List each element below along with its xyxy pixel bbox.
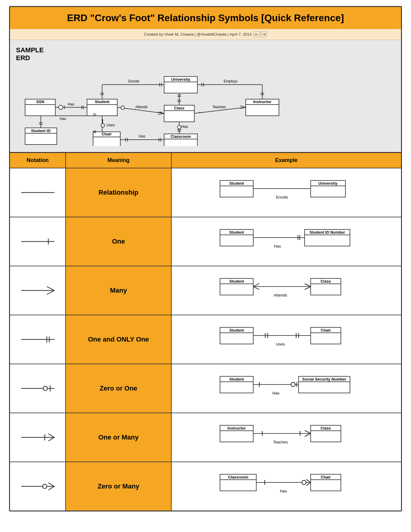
svg-line-117 xyxy=(253,284,259,287)
svg-text:Chair: Chair xyxy=(321,328,331,332)
svg-text:Teaches: Teaches xyxy=(212,105,226,109)
col-example: Example xyxy=(172,153,401,168)
notation-svg-zero-many xyxy=(18,479,57,494)
svg-text:Enrolls: Enrolls xyxy=(276,195,288,199)
example-one: Student Student ID Number Has xyxy=(172,217,401,266)
meaning-one-many: One or Many xyxy=(66,413,172,462)
svg-text:Uses: Uses xyxy=(276,342,285,346)
svg-text:Student: Student xyxy=(229,279,244,284)
example-svg-one: Student Student ID Number Has xyxy=(211,223,362,260)
svg-text:Class: Class xyxy=(174,106,185,110)
cc-badge: cc ⓘ ⊖ xyxy=(254,31,267,37)
svg-line-77 xyxy=(240,106,246,107)
svg-point-179 xyxy=(302,480,306,485)
svg-text:Employs: Employs xyxy=(224,79,238,83)
notation-zero-many xyxy=(10,462,66,511)
svg-text:Student: Student xyxy=(95,99,110,104)
col-meaning: Meaning xyxy=(66,153,172,168)
svg-text:Student ID: Student ID xyxy=(31,128,51,133)
svg-text:Has: Has xyxy=(274,244,281,248)
notation-svg-one-only xyxy=(18,332,57,347)
svg-text:Student ID Number: Student ID Number xyxy=(309,230,345,235)
row-one-only: One and ONLY One Student Chair xyxy=(10,315,401,364)
svg-text:Instructor: Instructor xyxy=(253,99,272,104)
meaning-zero-many: Zero or Many xyxy=(66,462,172,511)
svg-line-47 xyxy=(158,113,164,115)
svg-line-119 xyxy=(305,284,311,287)
svg-point-48 xyxy=(121,106,125,109)
notation-many xyxy=(10,266,66,315)
notation-zero-one xyxy=(10,364,66,413)
svg-line-165 xyxy=(305,433,311,436)
example-svg-one-only: Student Chair Uses xyxy=(211,321,362,358)
reference-table: Notation Meaning Example Relationship St… xyxy=(10,153,401,511)
svg-text:Student: Student xyxy=(229,377,244,381)
svg-line-118 xyxy=(253,287,259,290)
svg-point-65 xyxy=(177,125,181,129)
example-svg-zero-one: Student Social Security Number Has xyxy=(211,370,362,407)
notation-svg-zero-one xyxy=(18,381,57,396)
notation-svg-one-many xyxy=(18,430,57,445)
svg-line-153 xyxy=(48,434,54,437)
svg-text:Attends: Attends xyxy=(273,293,287,297)
row-many: Many Student Class Attends xyxy=(10,266,401,315)
svg-text:Student: Student xyxy=(229,230,244,235)
svg-line-109 xyxy=(47,290,54,294)
example-zero-many: Classroom Chair Has xyxy=(172,462,401,511)
example-svg-zero-many: Classroom Chair Has xyxy=(211,468,362,504)
notation-svg-relationship xyxy=(18,185,57,200)
notation-one-only xyxy=(10,315,66,364)
row-zero-many: Zero or Many Classroom Chair Ha xyxy=(10,462,401,511)
example-svg-many: Student Class Attends xyxy=(211,272,362,309)
svg-text:SSN: SSN xyxy=(36,99,44,104)
svg-text:Classroom: Classroom xyxy=(228,475,248,479)
svg-point-55 xyxy=(101,124,105,127)
svg-line-154 xyxy=(48,437,54,441)
svg-text:Has: Has xyxy=(272,391,280,395)
svg-text:Has: Has xyxy=(139,134,145,138)
svg-text:Chair: Chair xyxy=(321,475,331,479)
svg-line-181 xyxy=(306,482,311,485)
erd-label: SAMPLE ERD xyxy=(16,46,44,62)
svg-text:Uses: Uses xyxy=(106,123,115,127)
svg-text:Social Security Number: Social Security Number xyxy=(302,377,346,381)
meaning-zero-one: Zero or One xyxy=(66,364,172,413)
row-zero-one: Zero or One Student Social Security Numb… xyxy=(10,364,401,413)
credits-bar: Created by Vivek M. Chawla | @VivekMChaw… xyxy=(10,29,401,40)
page-title: ERD "Crow's Foot" Relationship Symbols [… xyxy=(16,12,395,24)
example-one-many: Instructor Class Teaches xyxy=(172,413,401,462)
svg-line-108 xyxy=(47,287,54,290)
example-svg-one-many: Instructor Class Teaches xyxy=(211,419,362,456)
notation-relationship xyxy=(10,168,66,217)
credits-text: Created by Vivek M. Chawla | @VivekMChaw… xyxy=(144,32,251,37)
row-one-many: One or Many Instructor Class Te xyxy=(10,413,401,462)
svg-point-25 xyxy=(59,105,63,109)
notation-one-many xyxy=(10,413,66,462)
meaning-one: One xyxy=(66,217,172,266)
svg-line-180 xyxy=(306,479,311,482)
erd-diagram: SSN Student ID Student Chair University … xyxy=(16,46,395,146)
svg-text:Classroom: Classroom xyxy=(170,134,191,139)
svg-text:Instructor: Instructor xyxy=(227,426,246,430)
example-many: Student Class Attends xyxy=(172,266,401,315)
example-relationship: Student University Enrolls xyxy=(172,168,401,217)
svg-point-148 xyxy=(291,382,295,387)
svg-line-164 xyxy=(305,430,311,433)
svg-text:Class: Class xyxy=(320,426,331,430)
meaning-many: Many xyxy=(66,266,172,315)
example-zero-one: Student Social Security Number Has xyxy=(172,364,401,413)
svg-text:Attends: Attends xyxy=(135,105,148,109)
erd-section: SAMPLE ERD SSN Student ID Student Chair xyxy=(10,40,401,153)
main-container: ERD "Crow's Foot" Relationship Symbols [… xyxy=(9,6,402,511)
svg-line-170 xyxy=(48,486,54,490)
svg-text:University: University xyxy=(171,77,191,82)
svg-text:Student: Student xyxy=(229,181,244,186)
svg-text:Class: Class xyxy=(320,279,331,284)
svg-text:Has: Has xyxy=(60,117,66,121)
notation-svg-many xyxy=(18,283,57,298)
meaning-relationship: Relationship xyxy=(66,168,172,217)
svg-point-138 xyxy=(43,386,47,391)
col-notation: Notation xyxy=(10,153,66,168)
meaning-one-only: One and ONLY One xyxy=(66,315,172,364)
svg-text:Has: Has xyxy=(280,489,287,493)
